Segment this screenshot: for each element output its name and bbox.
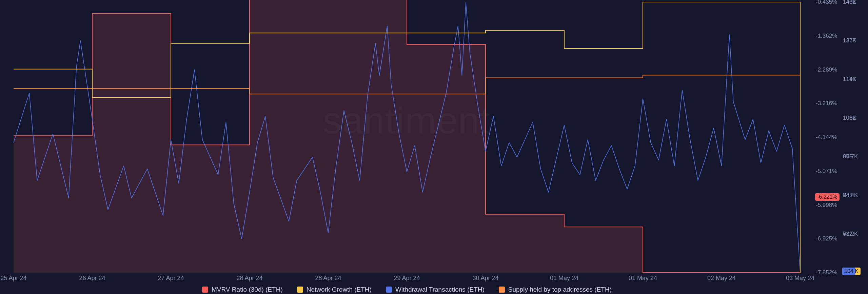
legend-swatch xyxy=(386,287,392,293)
y-tick: 1432 xyxy=(843,0,856,5)
legend-label: Network Growth (ETH) xyxy=(307,286,372,293)
x-tick: 02 May 24 xyxy=(707,275,736,282)
axis-current-badge: -6.221% xyxy=(815,193,840,201)
legend-item[interactable]: MVRV Ratio (30d) (ETH) xyxy=(202,286,283,293)
x-tick: 27 Apr 24 xyxy=(158,275,184,282)
y-tick: 1315 xyxy=(843,37,856,44)
y-tick: 848 xyxy=(843,192,852,199)
y-tick: 732 xyxy=(843,231,852,237)
x-tick: 25 Apr 24 xyxy=(0,275,26,282)
chart-container: santiment 25 Apr 2426 Apr 2427 Apr 2428 … xyxy=(0,0,868,294)
x-tick: 03 May 24 xyxy=(786,275,814,282)
y-tick: -5.071% xyxy=(816,168,837,175)
x-tick: 30 Apr 24 xyxy=(472,275,498,282)
y-tick: 965 xyxy=(843,153,852,160)
legend-item[interactable]: Supply held by top addresses (ETH) xyxy=(499,286,612,293)
y-axis-mvrv: -0.435%-1.362%-2.289%-3.216%-4.144%-5.07… xyxy=(814,0,841,275)
x-tick: 01 May 24 xyxy=(629,275,657,282)
legend-label: Withdrawal Transactions (ETH) xyxy=(395,286,485,293)
x-tick: 28 Apr 24 xyxy=(236,275,262,282)
y-tick: -3.216% xyxy=(816,100,837,107)
legend: MVRV Ratio (30d) (ETH)Network Growth (ET… xyxy=(0,285,814,294)
legend-swatch xyxy=(297,287,303,293)
chart-svg xyxy=(0,0,814,275)
y-tick: -7.852% xyxy=(816,269,837,276)
legend-label: Supply held by top addresses (ETH) xyxy=(508,286,612,293)
legend-item[interactable]: Network Growth (ETH) xyxy=(297,286,372,293)
axis-current-badge: 504 xyxy=(842,268,855,275)
y-axis-withdrawals: 1432131511981082965848732615504 xyxy=(841,0,868,275)
y-tick: -0.435% xyxy=(816,0,837,5)
legend-item[interactable]: Withdrawal Transactions (ETH) xyxy=(386,286,485,293)
y-tick: -2.289% xyxy=(816,66,837,73)
y-tick: -5.998% xyxy=(816,202,837,209)
x-tick: 26 Apr 24 xyxy=(79,275,105,282)
x-tick: 01 May 24 xyxy=(550,275,578,282)
y-tick: -6.925% xyxy=(816,235,837,242)
y-tick: 1082 xyxy=(843,115,856,121)
legend-swatch xyxy=(202,287,208,293)
x-tick: 29 Apr 24 xyxy=(394,275,420,282)
legend-label: MVRV Ratio (30d) (ETH) xyxy=(212,286,283,293)
x-axis: 25 Apr 2426 Apr 2427 Apr 2428 Apr 2428 A… xyxy=(0,275,814,283)
x-tick: 28 Apr 24 xyxy=(315,275,341,282)
y-tick: -4.144% xyxy=(816,134,837,141)
y-tick: 1198 xyxy=(843,76,856,83)
plot-area[interactable]: santiment xyxy=(0,0,814,275)
y-axes: -0.435%-1.362%-2.289%-3.216%-4.144%-5.07… xyxy=(814,0,868,275)
y-tick: -1.362% xyxy=(816,33,837,39)
legend-swatch xyxy=(499,287,505,293)
